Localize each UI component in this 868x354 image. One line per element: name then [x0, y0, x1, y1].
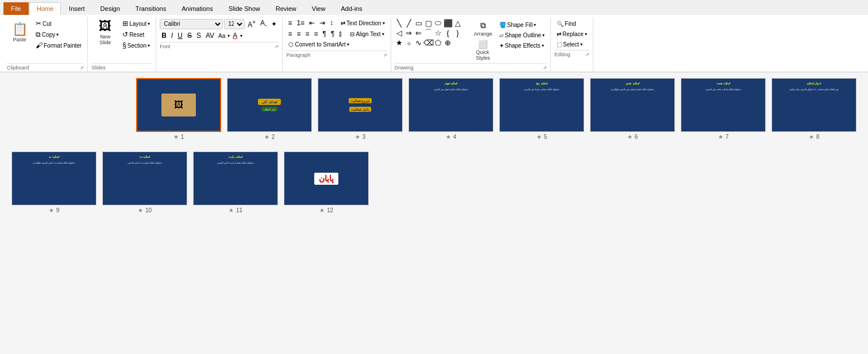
char-spacing-button[interactable]: AV [204, 31, 216, 40]
shape-arrow-l[interactable]: ⇐ [414, 28, 423, 37]
shape-arrow-r[interactable]: ⇒ [404, 28, 414, 37]
font-color-button[interactable]: A [231, 31, 239, 40]
shape-brace[interactable]: ⌫ [424, 38, 433, 47]
rtl-button[interactable]: ¶ [321, 29, 327, 38]
ltr-button[interactable]: ¶ [329, 29, 336, 38]
tab-home[interactable]: Home [29, 2, 61, 15]
shape-effects-button[interactable]: ✦ Shape Effects ▾ [497, 41, 547, 50]
tab-animations[interactable]: Animations [174, 2, 220, 15]
slide-thumb-7[interactable]: اسلاید هفت محتوای اسلاید شماره هفت متن ف… [681, 78, 766, 140]
increase-font-size-button[interactable]: A+ [246, 18, 257, 29]
shape-more[interactable]: ⬛ [443, 18, 453, 28]
shape-star[interactable]: ☆ [434, 28, 443, 37]
arrange-button[interactable]: ⧉ Arrange [472, 20, 495, 38]
replace-button[interactable]: ⇄ Replace ▾ [554, 30, 589, 38]
decrease-font-size-button[interactable]: A- [259, 18, 268, 29]
shape-wave[interactable]: ∿ [414, 38, 423, 47]
slide-thumb-4[interactable]: اسلاید چهار محتوای اسلاید شماره چهار متن… [408, 78, 493, 140]
quick-styles-button[interactable]: ⬜ QuickStyles [472, 38, 495, 62]
star-icon-5: ★ [537, 134, 542, 140]
shape-star5[interactable]: ★ [395, 38, 404, 47]
slide-thumb-8[interactable]: عنوان اسلاید متن اسلاید شماره هشت با محت… [771, 78, 857, 140]
align-text-button[interactable]: ⊟ Align Text ▾ [348, 30, 386, 38]
slide-thumb-9[interactable]: اسلاید نه محتوای اسلاید شماره نه با متن … [11, 151, 97, 213]
tab-insert[interactable]: Insert [61, 2, 92, 15]
shape-rtriangle[interactable]: ◁ [395, 28, 404, 37]
slide-thumb-5[interactable]: اسلاید پنج محتوای اسلاید شماره پنج با مت… [499, 78, 584, 140]
tab-view[interactable]: View [304, 2, 333, 15]
star-icon-1: ★ [173, 134, 179, 140]
font-group: Calibri 12 A+ A- ✦ B I U S S [156, 17, 283, 72]
align-center-button[interactable]: ≡ [295, 29, 302, 38]
paragraph-expand-icon[interactable]: ↗ [383, 53, 387, 58]
columns-button[interactable]: ⫿ [337, 29, 344, 38]
slide-thumb-3[interactable]: شروع فعالیت پایان فعالیت ★ 3 [318, 78, 403, 140]
slide-thumb-1[interactable]: 🖼 ★ 1 [136, 78, 221, 140]
slide-thumb-10[interactable]: اسلاید ده محتوای اسلاید شماره ده با متن … [102, 151, 187, 213]
format-painter-button[interactable]: 🖌 Format Painter [33, 40, 84, 50]
shape-line[interactable]: ╲ [395, 18, 404, 28]
replace-icon: ⇄ [557, 31, 561, 37]
tab-addins[interactable]: Add-ins [333, 2, 369, 15]
shape-line2[interactable]: ╱ [404, 18, 414, 28]
tab-review[interactable]: Review [268, 2, 304, 15]
shadow-button[interactable]: S [195, 31, 203, 40]
convert-smartart-button[interactable]: ⬡ Convert to SmartArt ▾ [286, 40, 351, 49]
paste-button[interactable]: 📋 Paste [7, 18, 32, 47]
drawing-expand-icon[interactable]: ↗ [543, 65, 547, 71]
new-slide-button[interactable]: 🖼 NewSlide [91, 18, 119, 47]
shape-outline-button[interactable]: ▱ Shape Outline ▾ [497, 31, 547, 40]
line-spacing-button[interactable]: ↕ [328, 18, 335, 28]
arrange-icon: ⧉ [480, 21, 486, 30]
font-expand-icon[interactable]: ↗ [275, 44, 279, 49]
underline-button[interactable]: U [176, 31, 184, 40]
text-direction-button[interactable]: ⇄ Text Direction ▾ [338, 19, 387, 28]
numbering-button[interactable]: 1≡ [295, 18, 306, 28]
shape-curve[interactable]: ⌒ [424, 28, 433, 37]
slide-thumb-6[interactable]: اسلاید شش محتوای اسلاید شماره شش متن فار… [590, 78, 675, 140]
decrease-indent-button[interactable]: ⇤ [307, 18, 317, 28]
bullets-button[interactable]: ≡ [286, 18, 294, 28]
copy-button[interactable]: ⧉ Copy ▾ [33, 29, 84, 40]
find-button[interactable]: 🔍 Find [554, 20, 589, 28]
shape-rounded-rect[interactable]: ▢ [424, 18, 433, 28]
bold-button[interactable]: B [160, 31, 168, 40]
shape-pentagon[interactable]: ⬠ [434, 38, 443, 47]
clear-format-button[interactable]: ✦ [269, 20, 279, 29]
font-family-select[interactable]: Calibri [160, 19, 223, 29]
tab-file[interactable]: File [3, 2, 29, 15]
ribbon-tabs: File Home Insert Design Transitions Anim… [0, 0, 868, 15]
star-icon-9: ★ [49, 207, 54, 213]
italic-button[interactable]: I [169, 31, 175, 40]
shape-expand[interactable]: ⊕ [443, 38, 453, 47]
slide-thumb-11[interactable]: اسلاید یازده محتوای اسلاید شماره یازده ب… [193, 151, 278, 213]
shape-bracket1[interactable]: { [443, 28, 453, 37]
tab-transitions[interactable]: Transitions [128, 2, 173, 15]
star-icon-6: ★ [627, 134, 632, 140]
cut-button[interactable]: ✂ Cut [33, 18, 84, 29]
shape-bracket2[interactable]: } [453, 28, 462, 37]
increase-indent-button[interactable]: ⇥ [318, 18, 327, 28]
clipboard-expand-icon[interactable]: ↗ [80, 65, 84, 71]
text-direction-icon: ⇄ [341, 20, 345, 26]
reset-button[interactable]: ↺ Reset [120, 29, 152, 40]
strikethrough-button[interactable]: S [186, 31, 194, 40]
shape-fill-button[interactable]: 🪣 Shape Fill ▾ [497, 21, 547, 29]
justify-button[interactable]: ≡ [312, 29, 319, 38]
shape-shapes-more[interactable]: ⬦ [404, 38, 414, 47]
shape-oval[interactable]: ⬭ [434, 18, 443, 28]
font-size-select[interactable]: 12 [224, 19, 245, 29]
editing-expand-icon[interactable]: ↗ [585, 52, 589, 57]
star-icon-4: ★ [446, 134, 451, 140]
shape-triangle[interactable]: △ [453, 18, 462, 28]
slide-thumb-2[interactable]: اهداف کلی زیر عنوان ★ 2 [227, 78, 312, 140]
align-left-button[interactable]: ≡ [286, 29, 294, 38]
section-button[interactable]: § Section ▾ [120, 40, 152, 50]
shape-rect[interactable]: ▭ [414, 18, 423, 28]
layout-button[interactable]: ⊞ Layout ▾ [120, 18, 152, 29]
tab-design[interactable]: Design [93, 2, 128, 15]
align-right-button[interactable]: ≡ [303, 29, 311, 38]
slide-thumb-12[interactable]: پایان ★ 12 [284, 151, 369, 213]
select-button[interactable]: ⬚ Select ▾ [554, 40, 589, 49]
tab-slideshow[interactable]: Slide Show [221, 2, 268, 15]
